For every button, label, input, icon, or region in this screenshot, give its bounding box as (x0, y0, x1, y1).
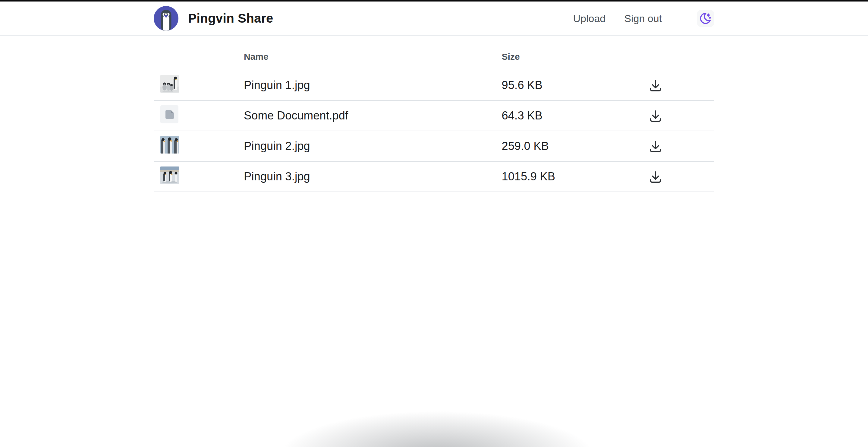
header-inner: Pingvin Share Upload Sign out (154, 6, 714, 31)
file-size: 64.3 KB (496, 100, 597, 131)
upload-link[interactable]: Upload (573, 13, 606, 24)
download-icon (648, 170, 663, 184)
download-button[interactable] (647, 138, 664, 155)
penguin-photo-1-thumbnail (160, 75, 179, 93)
file-size: 259.0 KB (496, 131, 597, 161)
file-name: Some Document.pdf (238, 100, 496, 131)
app-title: Pingvin Share (188, 11, 273, 26)
name-column-header: Name (238, 36, 496, 70)
file-list-area: Name Size (154, 36, 714, 192)
download-icon (648, 78, 663, 93)
file-name: Pinguin 1.jpg (238, 70, 496, 100)
file-name: Pinguin 3.jpg (238, 161, 496, 192)
bottom-shadow-blob (256, 402, 618, 447)
signout-link[interactable]: Sign out (624, 13, 662, 24)
download-button[interactable] (647, 108, 664, 124)
moon-stars-icon (699, 12, 712, 25)
table-header-row: Name Size (154, 36, 714, 70)
size-column-header: Size (496, 36, 597, 70)
penguin-logo-icon[interactable] (154, 6, 179, 31)
penguin-photo-2-thumbnail (160, 136, 179, 153)
theme-toggle-button[interactable] (697, 10, 714, 27)
download-icon (648, 139, 663, 153)
file-size: 1015.9 KB (496, 161, 597, 192)
pdf-file-icon (160, 105, 179, 123)
action-column-header (596, 36, 714, 70)
table-row: Pinguin 2.jpg 259.0 KB (154, 131, 714, 161)
file-size: 95.6 KB (496, 70, 597, 100)
app-header: Pingvin Share Upload Sign out (0, 1, 868, 36)
header-nav: Upload Sign out (573, 10, 714, 27)
thumb-column-header (154, 36, 238, 70)
table-row: Some Document.pdf 64.3 KB (154, 100, 714, 131)
table-row: Pinguin 1.jpg 95.6 KB (154, 70, 714, 100)
file-name: Pinguin 2.jpg (238, 131, 496, 161)
download-icon (648, 109, 663, 123)
penguin-photo-3-thumbnail (160, 167, 179, 184)
download-button[interactable] (647, 168, 664, 185)
table-row: Pinguin 3.jpg 1015.9 KB (154, 161, 714, 192)
download-button[interactable] (647, 77, 664, 94)
file-table: Name Size (154, 36, 714, 192)
